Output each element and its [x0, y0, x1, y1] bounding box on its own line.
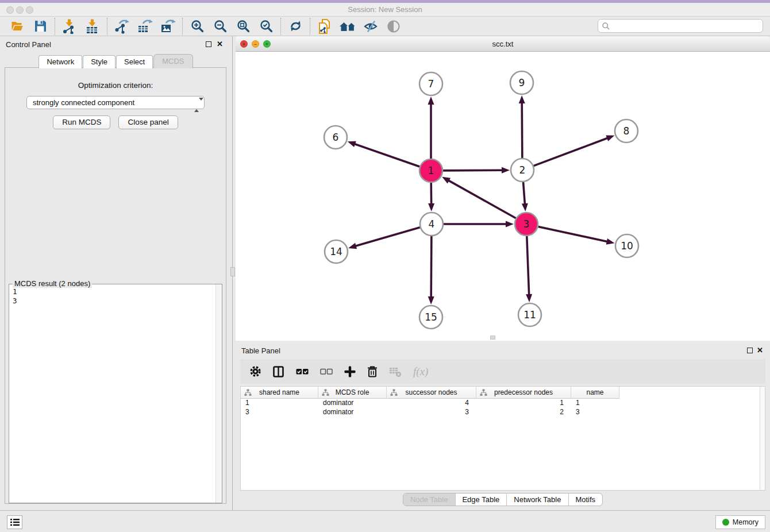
memory-status-icon — [722, 519, 729, 526]
graph-edge-arrowhead — [519, 95, 525, 103]
optimization-criterion-label: Optimization criterion: — [5, 81, 226, 90]
table-row[interactable]: 3dominator323 — [241, 408, 765, 417]
table-cell[interactable]: 2 — [476, 408, 571, 417]
tab-mcds[interactable]: MCDS — [153, 54, 192, 68]
close-panel-icon[interactable]: ✕ — [217, 40, 223, 48]
table-cell[interactable]: 1 — [241, 399, 318, 408]
table-scrollbar[interactable] — [760, 387, 765, 490]
control-panel-title: Control Panel — [6, 40, 51, 49]
open-file-button[interactable] — [6, 18, 29, 35]
tab-network[interactable]: Network — [38, 55, 82, 68]
graph-edge-2-8[interactable] — [534, 138, 609, 166]
table-cell[interactable]: dominator — [318, 399, 387, 408]
splitter-handle[interactable] — [230, 267, 235, 276]
column-header-label: shared name — [259, 388, 299, 396]
mcds-result-text[interactable]: 13 — [9, 285, 215, 503]
table-row[interactable]: 1dominator411 — [241, 399, 765, 408]
graph-edge-3-1[interactable] — [448, 180, 516, 218]
tab-network-table[interactable]: Network Table — [506, 494, 568, 506]
graph-node-label-3: 3 — [523, 218, 530, 230]
zoom-fit-button[interactable] — [232, 18, 255, 35]
graph-node-label-4: 4 — [429, 218, 435, 230]
toolbar-separator — [107, 18, 107, 35]
network-canvas[interactable]: 7968124314101511 — [236, 52, 770, 341]
function-builder-button[interactable]: f(x) — [413, 365, 428, 378]
select-all-columns-button[interactable] — [296, 368, 309, 376]
column-header-name[interactable]: name — [571, 387, 619, 399]
search-field[interactable] — [598, 19, 763, 33]
hide-selected-button[interactable] — [359, 18, 382, 35]
column-header-predecessor-nodes[interactable]: predecessor nodes — [476, 387, 571, 399]
gear-icon — [249, 365, 261, 377]
zoom-selected-button[interactable] — [255, 18, 278, 35]
float-table-panel-icon[interactable] — [747, 348, 753, 353]
import-table-button[interactable] — [81, 18, 104, 35]
column-header-successor-nodes[interactable]: successor nodes — [387, 387, 476, 399]
delete-columns-button[interactable] — [367, 365, 378, 377]
clone-network-button[interactable] — [313, 18, 336, 35]
float-panel-icon[interactable] — [206, 41, 211, 47]
graph-edge-1-6[interactable] — [354, 144, 419, 167]
control-panel: Control Panel ✕ NetworkStyleSelectMCDS O… — [0, 36, 232, 510]
table-cell[interactable]: 1 — [476, 399, 571, 408]
unchecked-boxes-icon — [320, 368, 333, 376]
graph-edge-3-11[interactable] — [527, 236, 529, 295]
graph-edge-4-15[interactable] — [431, 236, 432, 298]
table-settings-button[interactable] — [249, 365, 261, 377]
status-bar: Memory — [0, 510, 770, 532]
column-header-shared-name[interactable]: shared name — [241, 387, 318, 399]
delete-table-button[interactable] — [389, 366, 402, 377]
export-image-button[interactable] — [156, 18, 179, 35]
save-session-button[interactable] — [29, 18, 52, 35]
list-icon — [10, 518, 20, 526]
add-column-button[interactable] — [344, 366, 356, 377]
table-cell[interactable]: 1 — [571, 399, 619, 408]
graph-edge-2-3[interactable] — [523, 182, 525, 205]
graph-edge-3-10[interactable] — [538, 226, 608, 241]
export-network-button[interactable] — [110, 18, 133, 35]
refresh-view-button[interactable] — [284, 18, 307, 35]
graph-edge-2-9[interactable] — [522, 102, 522, 158]
checked-boxes-icon — [296, 368, 309, 376]
show-columns-button[interactable] — [273, 366, 284, 377]
show-all-button[interactable] — [382, 18, 405, 35]
unselect-all-columns-button[interactable] — [320, 368, 333, 376]
table-cell[interactable]: 3 — [571, 408, 619, 417]
run-mcds-button[interactable]: Run MCDS — [53, 115, 110, 129]
table-cell[interactable]: 3 — [241, 408, 318, 417]
column-header-label: predecessor nodes — [494, 388, 553, 396]
network-window-titlebar[interactable]: scc.txt — [236, 36, 770, 52]
result-scrollbar[interactable] — [215, 284, 222, 503]
table-cell[interactable]: 3 — [387, 408, 476, 417]
zoom-in-button[interactable] — [186, 18, 209, 35]
export-image-icon — [160, 19, 176, 34]
import-network-button[interactable] — [58, 18, 81, 35]
tab-edge-table[interactable]: Edge Table — [455, 494, 506, 506]
table-cell[interactable]: dominator — [318, 408, 387, 417]
zoom-out-button[interactable] — [209, 18, 232, 35]
tab-style[interactable]: Style — [83, 55, 116, 68]
export-table-button[interactable] — [133, 18, 156, 35]
tab-select[interactable]: Select — [116, 55, 153, 68]
task-history-button[interactable] — [7, 515, 22, 529]
close-table-panel-icon[interactable]: ✕ — [757, 346, 763, 354]
node-table[interactable]: shared nameMCDS rolesuccessor nodesprede… — [240, 386, 765, 491]
first-neighbors-button[interactable] — [336, 18, 359, 35]
search-icon — [602, 22, 610, 30]
column-header-MCDS-role[interactable]: MCDS role — [318, 387, 387, 399]
close-panel-button[interactable]: Close panel — [118, 115, 178, 129]
network-window-title: scc.txt — [236, 36, 770, 52]
import-network-icon — [62, 19, 77, 34]
canvas-resize-handle[interactable] — [490, 336, 495, 340]
graph-edge-4-14[interactable] — [355, 228, 420, 246]
graph-edge-arrowhead — [506, 221, 514, 228]
graph-edge-arrowhead — [606, 238, 615, 245]
memory-button[interactable]: Memory — [715, 515, 765, 529]
tab-motifs[interactable]: Motifs — [568, 494, 602, 506]
optimization-criterion-select[interactable]: strongly connected component — [26, 96, 205, 109]
graph-edge-arrowhead — [502, 167, 510, 174]
table-cell[interactable]: 4 — [387, 399, 476, 408]
tab-node-table[interactable]: Node Table — [403, 494, 455, 506]
graph-edge-1-2[interactable] — [443, 170, 503, 171]
search-input[interactable] — [610, 22, 763, 30]
